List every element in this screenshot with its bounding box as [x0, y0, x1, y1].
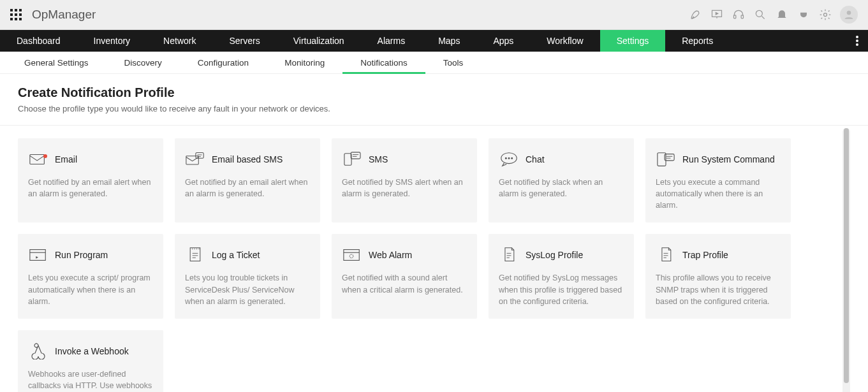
svg-rect-12 [344, 154, 351, 166]
card-title: Email based SMS [212, 154, 283, 164]
svg-point-6 [856, 36, 858, 38]
svg-point-15 [505, 157, 506, 159]
card-desc: Lets you execute a script/ program autom… [28, 272, 153, 307]
svg-point-16 [508, 157, 510, 159]
svg-rect-11 [196, 152, 203, 158]
card-log-a-ticket[interactable]: Log a TicketLets you log trouble tickets… [175, 234, 320, 318]
svg-point-7 [856, 40, 858, 42]
card-web-alarm[interactable]: Web AlarmGet notified with a sound alert… [332, 234, 477, 318]
presentation-icon[interactable] [706, 8, 728, 21]
card-desc: Get notified by an email alert when an a… [185, 177, 310, 200]
subnav-monitoring[interactable]: Monitoring [267, 52, 342, 73]
apps-grid-icon[interactable] [10, 9, 22, 20]
card-invoke-a-webhook[interactable]: Invoke a WebhookWebhooks are user-define… [18, 330, 163, 392]
card-desc: Get notified by slack when an alarm is g… [499, 177, 624, 200]
svg-rect-20 [30, 250, 45, 261]
run-icon [28, 247, 48, 263]
mailsms-icon [185, 151, 205, 168]
page-header: Create Notification Profile Choose the p… [0, 74, 868, 126]
mail-icon [28, 151, 48, 168]
nav-servers[interactable]: Servers [212, 30, 276, 52]
search-icon[interactable] [749, 8, 771, 21]
svg-point-17 [511, 157, 513, 159]
scrollbar-thumb[interactable] [844, 128, 849, 383]
svg-point-4 [824, 13, 827, 17]
nav-apps[interactable]: Apps [476, 30, 530, 52]
subnav-notifications[interactable]: Notifications [342, 52, 425, 73]
avatar[interactable] [840, 6, 858, 24]
gear-icon[interactable] [814, 8, 836, 21]
nav-virtualization[interactable]: Virtualization [277, 30, 361, 52]
card-desc: Get notified by SysLog messages when thi… [499, 272, 624, 307]
card-trap-profile[interactable]: Trap ProfileThis profile allows you to r… [645, 234, 791, 318]
chat-icon [499, 151, 519, 168]
page-title: Create Notification Profile [18, 85, 850, 100]
profile-cards-grid: EmailGet notified by an email alert when… [18, 138, 837, 392]
nav-workflow[interactable]: Workflow [530, 30, 600, 52]
card-run-system-command[interactable]: Run System CommandLets you execute a com… [645, 138, 791, 222]
nav-reports[interactable]: Reports [665, 30, 730, 52]
card-desc: This profile allows you to receive SNMP … [656, 272, 781, 307]
card-title: Log a Ticket [212, 250, 260, 260]
nav-maps[interactable]: Maps [422, 30, 476, 52]
nav-alarms[interactable]: Alarms [361, 30, 422, 52]
nav-overflow-icon[interactable] [846, 30, 868, 52]
nav-network[interactable]: Network [147, 30, 212, 52]
nav-inventory[interactable]: Inventory [77, 30, 147, 52]
svg-rect-22 [344, 250, 359, 261]
syslog-icon [499, 247, 519, 263]
brand: OpManager [32, 8, 96, 22]
card-title: Invoke a Webhook [55, 346, 129, 356]
card-title: Run Program [55, 250, 108, 260]
svg-rect-10 [186, 156, 198, 164]
card-desc: Get notified with a sound alert when a c… [342, 272, 467, 295]
subnav-tools[interactable]: Tools [425, 52, 482, 73]
card-title: Run System Command [682, 154, 775, 164]
card-desc: Get notified by an email alert when an a… [28, 177, 153, 200]
svg-rect-1 [734, 15, 736, 18]
nav-main: DashboardInventoryNetworkServersVirtuali… [0, 30, 868, 52]
card-title: Trap Profile [682, 250, 728, 260]
card-sms[interactable]: SMSGet notified by SMS alert when an ala… [332, 138, 477, 222]
svg-point-23 [349, 254, 353, 258]
card-run-program[interactable]: Run ProgramLets you execute a script/ pr… [18, 234, 163, 318]
subnav-configuration[interactable]: Configuration [180, 52, 267, 73]
headset-icon[interactable] [728, 8, 749, 21]
topbar: OpManager [0, 0, 868, 30]
card-email-based-sms[interactable]: Email based SMSGet notified by an email … [175, 138, 320, 222]
svg-rect-9 [30, 155, 45, 164]
plug-icon[interactable] [793, 8, 814, 21]
svg-point-5 [847, 11, 851, 15]
scrollbar[interactable] [842, 128, 850, 392]
card-chat[interactable]: ChatGet notified by slack when an alarm … [489, 138, 634, 222]
card-email[interactable]: EmailGet notified by an email alert when… [18, 138, 163, 222]
card-desc: Lets you log trouble tickets in ServiceD… [185, 272, 310, 307]
sms-icon [342, 151, 362, 168]
card-desc: Webhooks are user-defined callbacks via … [28, 368, 153, 392]
svg-rect-21 [190, 248, 200, 261]
card-title: SysLog Profile [526, 250, 583, 260]
card-syslog-profile[interactable]: SysLog ProfileGet notified by SysLog mes… [489, 234, 634, 318]
page-subtitle: Choose the profile type you would like t… [18, 104, 850, 113]
card-desc: Get notified by SMS alert when an alarm … [342, 177, 467, 200]
nav-dashboard[interactable]: Dashboard [0, 30, 77, 52]
nav-settings[interactable]: Settings [600, 30, 666, 52]
bell-icon[interactable] [771, 8, 793, 21]
subnav-general-settings[interactable]: General Settings [6, 52, 107, 73]
ticket-icon [185, 247, 205, 263]
card-title: Email [55, 154, 77, 164]
svg-point-8 [856, 43, 858, 46]
subnav-discovery[interactable]: Discovery [107, 52, 180, 73]
card-title: Web Alarm [369, 250, 412, 260]
rocket-icon[interactable] [684, 8, 706, 21]
svg-point-3 [756, 10, 762, 17]
svg-rect-13 [351, 152, 360, 159]
card-title: Chat [526, 154, 545, 164]
web-icon [342, 247, 362, 263]
card-title: SMS [369, 154, 388, 164]
webhook-icon [28, 343, 48, 359]
trap-icon [656, 247, 676, 263]
cmd-icon [656, 151, 676, 168]
nav-sub: General SettingsDiscoveryConfigurationMo… [0, 52, 868, 74]
card-desc: Lets you execute a command automatically… [656, 177, 781, 211]
